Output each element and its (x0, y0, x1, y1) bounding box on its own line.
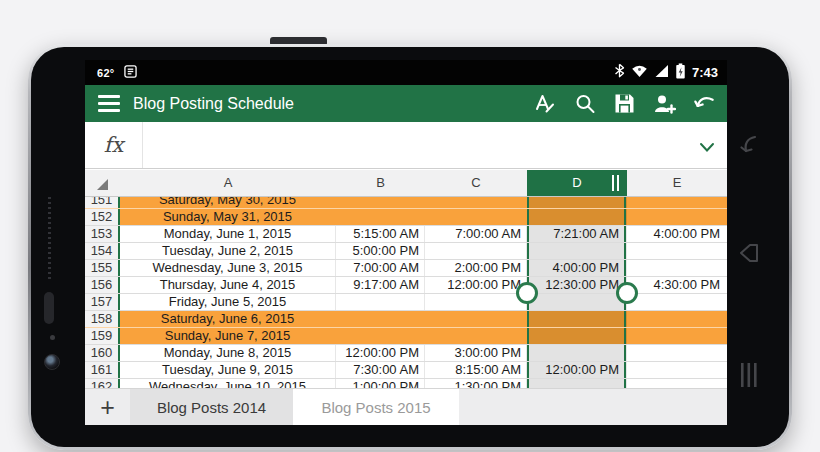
save-icon[interactable] (613, 92, 636, 115)
formula-input[interactable] (144, 122, 694, 168)
cell-B159[interactable] (336, 328, 425, 344)
share-people-icon[interactable] (653, 92, 676, 115)
cell-E153[interactable]: 4:00:00 PM (627, 226, 727, 242)
cell-C159[interactable] (425, 328, 527, 344)
cell-C158[interactable] (425, 311, 527, 327)
cell-A152[interactable]: Sunday, May 31, 2015 (120, 209, 336, 225)
row-header-158[interactable]: 158 (85, 311, 120, 327)
cell-B162[interactable]: 1:00:00 PM (336, 379, 425, 388)
cell-B156[interactable]: 9:17:00 AM (336, 277, 425, 293)
cell-E154[interactable] (627, 243, 727, 259)
cell-A155[interactable]: Wednesday, June 3, 2015 (120, 260, 336, 276)
cell-B157[interactable] (336, 294, 425, 310)
row-header-152[interactable]: 152 (85, 209, 120, 225)
column-header-C[interactable]: C (425, 170, 527, 196)
selection-handle-right[interactable] (616, 282, 638, 304)
selection-handle-left[interactable] (516, 282, 538, 304)
cell-E157[interactable] (627, 294, 727, 310)
cell-E151[interactable] (627, 197, 727, 208)
select-all-button[interactable] (85, 170, 120, 196)
row-header-161[interactable]: 161 (85, 362, 120, 378)
chevron-down-icon[interactable] (699, 139, 715, 157)
cell-C155[interactable]: 2:00:00 PM (425, 260, 527, 276)
column-header-D[interactable]: D (527, 170, 627, 196)
cell-C151[interactable] (425, 197, 527, 208)
format-font-icon[interactable] (533, 92, 556, 115)
recents-icon[interactable] (736, 362, 762, 388)
row-header-151[interactable]: 151 (85, 197, 120, 208)
cell-A157[interactable]: Friday, June 5, 2015 (120, 294, 336, 310)
add-sheet-button[interactable]: + (85, 389, 130, 425)
cell-B160[interactable]: 12:00:00 PM (336, 345, 425, 361)
cell-B161[interactable]: 7:30:00 AM (336, 362, 425, 378)
cell-E159[interactable] (627, 328, 727, 344)
menu-icon[interactable] (98, 95, 120, 112)
cell-C160[interactable]: 3:00:00 PM (425, 345, 527, 361)
cell-E160[interactable] (627, 345, 727, 361)
cell-B151[interactable] (336, 197, 425, 208)
rotate-back-icon[interactable] (736, 132, 762, 158)
sheet-tab-blog-posts-2015[interactable]: Blog Posts 2015 (293, 389, 459, 425)
cell-A162[interactable]: Wednesday, June 10, 2015 (120, 379, 336, 388)
cell-D153[interactable]: 7:21:00 AM (527, 226, 627, 242)
cell-E152[interactable] (627, 209, 727, 225)
cell-D155[interactable]: 4:00:00 PM (527, 260, 627, 276)
row-header-157[interactable]: 157 (85, 294, 120, 310)
cell-E155[interactable] (627, 260, 727, 276)
cell-B155[interactable]: 7:00:00 AM (336, 260, 425, 276)
cell-D160[interactable] (527, 345, 627, 361)
column-resize-handle[interactable] (612, 175, 619, 191)
cell-D154[interactable] (527, 243, 627, 259)
cell-A154[interactable]: Tuesday, June 2, 2015 (120, 243, 336, 259)
cell-C157[interactable] (425, 294, 527, 310)
row-header-159[interactable]: 159 (85, 328, 120, 344)
cell-B158[interactable] (336, 311, 425, 327)
phone-screen: 62° (85, 60, 727, 425)
cell-A153[interactable]: Monday, June 1, 2015 (120, 226, 336, 242)
row-header-156[interactable]: 156 (85, 277, 120, 293)
cell-E158[interactable] (627, 311, 727, 327)
search-icon[interactable] (573, 92, 596, 115)
cell-A158[interactable]: Saturday, June 6, 2015 (120, 311, 336, 327)
column-header-B[interactable]: B (336, 170, 425, 196)
cell-B152[interactable] (336, 209, 425, 225)
home-icon[interactable] (736, 240, 762, 266)
cell-D161[interactable]: 12:00:00 PM (527, 362, 627, 378)
cell-B153[interactable]: 5:15:00 AM (336, 226, 425, 242)
cell-D158[interactable] (527, 311, 627, 327)
cell-C156[interactable]: 12:00:00 PM (425, 277, 527, 293)
column-header-E[interactable]: E (627, 170, 727, 196)
cell-A151[interactable]: Saturday, May 30, 2015 (120, 197, 336, 208)
cell-A156[interactable]: Thursday, June 4, 2015 (120, 277, 336, 293)
cell-B154[interactable]: 5:00:00 PM (336, 243, 425, 259)
cell-D151[interactable] (527, 197, 627, 208)
cell-E162[interactable] (627, 379, 727, 388)
cell-A161[interactable]: Tuesday, June 9, 2015 (120, 362, 336, 378)
cell-E161[interactable] (627, 362, 727, 378)
cell-C162[interactable]: 1:30:00 PM (425, 379, 527, 388)
row-header-162[interactable]: 162 (85, 379, 120, 388)
sheet-tab-blog-posts-2014[interactable]: Blog Posts 2014 (130, 389, 293, 425)
table-row: 159Sunday, June 7, 2015 (85, 328, 727, 345)
cell-C152[interactable] (425, 209, 527, 225)
cell-C154[interactable] (425, 243, 527, 259)
column-header-A[interactable]: A (120, 170, 336, 196)
column-header-row: ABCDE (85, 170, 727, 197)
cell-D156[interactable]: 12:30:00 PM (527, 277, 627, 293)
cell-A159[interactable]: Sunday, June 7, 2015 (120, 328, 336, 344)
cell-C153[interactable]: 7:00:00 AM (425, 226, 527, 242)
formula-bar: fx (85, 122, 727, 169)
row-header-160[interactable]: 160 (85, 345, 120, 361)
cell-C161[interactable]: 8:15:00 AM (425, 362, 527, 378)
cell-E156[interactable]: 4:30:00 PM (627, 277, 727, 293)
undo-icon[interactable] (693, 92, 716, 115)
cell-D157[interactable] (527, 294, 627, 310)
cell-A160[interactable]: Monday, June 8, 2015 (120, 345, 336, 361)
row-header-155[interactable]: 155 (85, 260, 120, 276)
cell-D159[interactable] (527, 328, 627, 344)
row-header-154[interactable]: 154 (85, 243, 120, 259)
row-header-153[interactable]: 153 (85, 226, 120, 242)
table-row: 158Saturday, June 6, 2015 (85, 311, 727, 328)
cell-D162[interactable] (527, 379, 627, 388)
cell-D152[interactable] (527, 209, 627, 225)
